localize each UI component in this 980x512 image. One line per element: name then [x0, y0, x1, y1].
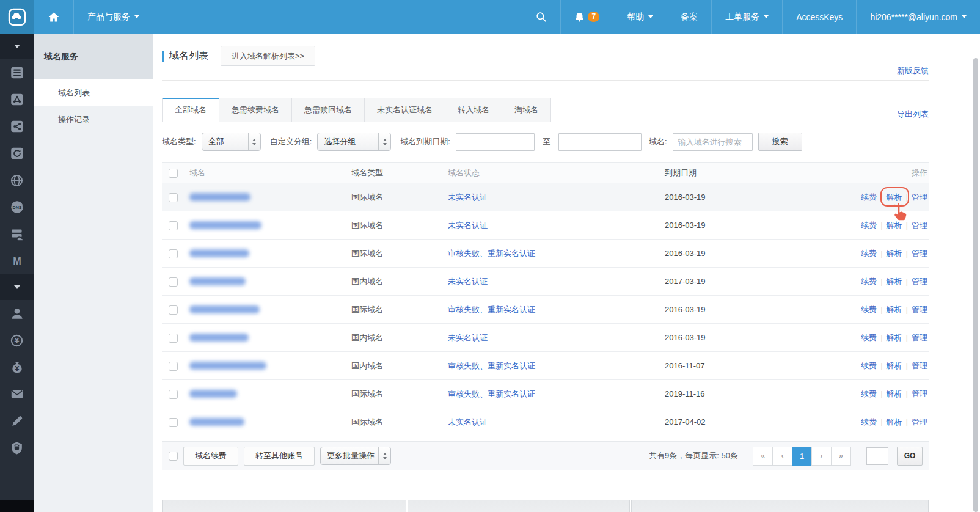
action-renew-link[interactable]: 续费	[861, 277, 877, 286]
search-button[interactable]: 搜索	[758, 133, 802, 151]
new-version-feedback-link[interactable]: 新版反馈	[897, 65, 929, 76]
row-checkbox[interactable]	[169, 221, 178, 230]
tab-need-redeem[interactable]: 急需赎回域名	[291, 98, 365, 122]
action-resolve-link[interactable]: 解析	[887, 305, 902, 314]
action-renew-link[interactable]: 续费	[861, 333, 877, 342]
action-resolve-link[interactable]: 解析	[887, 417, 902, 426]
domain-status-link[interactable]: 未实名认证	[448, 192, 488, 202]
action-resolve-link[interactable]: 解析	[887, 221, 902, 230]
action-manage-link[interactable]: 管理	[912, 305, 927, 314]
tab-tao-domain[interactable]: 淘域名	[502, 98, 551, 122]
action-manage-link[interactable]: 管理	[912, 192, 927, 202]
masked-domain-name[interactable]	[189, 334, 249, 342]
action-manage-link[interactable]: 管理	[912, 361, 927, 370]
sidebar-item-globe[interactable]	[0, 167, 34, 194]
action-renew-link[interactable]: 续费	[861, 192, 877, 202]
expiry-date-to-input[interactable]	[558, 133, 642, 151]
action-renew-link[interactable]: 续费	[861, 389, 877, 398]
domain-search-input[interactable]	[673, 133, 753, 151]
tab-all-domains[interactable]: 全部域名	[162, 98, 219, 122]
action-renew-link[interactable]: 续费	[861, 249, 877, 258]
action-renew-link[interactable]: 续费	[861, 221, 877, 230]
page-1-button[interactable]: 1	[792, 447, 812, 466]
masked-domain-name[interactable]	[189, 362, 266, 370]
notifications-button[interactable]: 7	[560, 0, 613, 34]
action-manage-link[interactable]: 管理	[912, 277, 927, 286]
row-checkbox[interactable]	[169, 277, 178, 287]
products-menu[interactable]: 产品与服务	[73, 0, 153, 34]
row-checkbox[interactable]	[169, 390, 178, 399]
row-checkbox[interactable]	[169, 418, 178, 427]
enter-dns-list-button[interactable]: 进入域名解析列表>>	[221, 46, 315, 66]
masked-domain-name[interactable]	[189, 221, 261, 229]
help-menu[interactable]: 帮助	[613, 0, 667, 34]
domain-status-link[interactable]: 未实名认证	[448, 221, 488, 230]
goto-page-input[interactable]	[866, 447, 888, 465]
action-manage-link[interactable]: 管理	[912, 221, 927, 230]
expiry-date-from-input[interactable]	[456, 133, 535, 151]
sidebar-item-triangle-nodes[interactable]	[0, 86, 34, 113]
action-renew-link[interactable]: 续费	[861, 417, 877, 426]
masked-domain-name[interactable]	[189, 249, 249, 257]
action-renew-link[interactable]: 续费	[861, 361, 877, 370]
go-button[interactable]: GO	[897, 447, 923, 466]
sidebar-item-server-list[interactable]	[0, 59, 34, 86]
sidebar-item-domain-list[interactable]: 域名列表	[34, 79, 153, 106]
sidebar-item-share-nodes[interactable]	[0, 113, 34, 140]
sidebar-item-operation-log[interactable]: 操作记录	[34, 106, 153, 133]
tab-need-renew[interactable]: 急需续费域名	[219, 98, 292, 122]
sidebar-account-expander[interactable]	[0, 274, 34, 300]
sidebar-products-expander[interactable]	[0, 34, 34, 59]
aliyun-logo[interactable]	[0, 0, 34, 34]
sidebar-item-security[interactable]	[0, 434, 34, 461]
last-page-button[interactable]: »	[831, 447, 851, 466]
action-resolve-link[interactable]: 解析	[887, 389, 902, 398]
tab-not-verified[interactable]: 未实名认证域名	[364, 98, 445, 122]
masked-domain-name[interactable]	[189, 193, 250, 201]
action-manage-link[interactable]: 管理	[912, 333, 927, 342]
action-resolve-link[interactable]: 解析	[887, 277, 902, 286]
masked-domain-name[interactable]	[189, 418, 244, 426]
tab-transfer-in[interactable]: 转入域名	[445, 98, 502, 122]
action-manage-link[interactable]: 管理	[912, 249, 927, 258]
domain-status-link[interactable]: 审核失败、重新实名认证	[448, 389, 535, 398]
domain-type-select[interactable]: 全部	[202, 133, 261, 151]
sidebar-item-m-product[interactable]: M	[0, 247, 34, 274]
action-resolve-link[interactable]: 解析	[887, 249, 902, 258]
search-button[interactable]	[522, 0, 560, 34]
action-manage-link[interactable]: 管理	[912, 389, 927, 398]
sidebar-item-funds[interactable]: ¥	[0, 354, 34, 381]
batch-transfer-button[interactable]: 转至其他账号	[244, 447, 315, 466]
domain-status-link[interactable]: 未实名认证	[448, 417, 488, 426]
domain-status-link[interactable]: 审核失败、重新实名认证	[448, 305, 535, 314]
sidebar-item-disk-sync[interactable]	[0, 140, 34, 167]
action-resolve-link[interactable]: 解析	[887, 361, 902, 370]
row-checkbox[interactable]	[169, 193, 178, 202]
domain-status-link[interactable]: 未实名认证	[448, 277, 488, 286]
sidebar-item-compose[interactable]	[0, 408, 34, 434]
row-checkbox[interactable]	[169, 305, 178, 315]
accesskeys-link[interactable]: AccessKeys	[782, 0, 856, 34]
beian-link[interactable]: 备案	[667, 0, 711, 34]
next-page-button[interactable]: ›	[811, 447, 832, 466]
sidebar-item-user[interactable]	[0, 300, 34, 327]
batch-renew-button[interactable]: 域名续费	[183, 447, 238, 466]
row-checkbox[interactable]	[169, 362, 178, 371]
row-checkbox[interactable]	[169, 249, 178, 258]
custom-group-select[interactable]: 选择分组	[317, 133, 391, 151]
prev-page-button[interactable]: ‹	[772, 447, 792, 466]
action-renew-link[interactable]: 续费	[861, 305, 877, 314]
more-batch-select[interactable]: 更多批量操作	[320, 447, 391, 465]
action-resolve-link[interactable]: 解析	[887, 192, 902, 202]
sidebar-item-server-cloud[interactable]	[0, 221, 34, 247]
export-list-link[interactable]: 导出列表	[897, 109, 929, 120]
sidebar-item-dns[interactable]: DNS	[0, 194, 34, 221]
action-manage-link[interactable]: 管理	[912, 417, 927, 426]
first-page-button[interactable]: «	[753, 447, 773, 466]
select-all-checkbox[interactable]	[169, 169, 178, 178]
action-resolve-link[interactable]: 解析	[887, 333, 902, 342]
batch-select-all-checkbox[interactable]	[169, 452, 178, 461]
sidebar-item-billing[interactable]: ¥	[0, 327, 34, 354]
masked-domain-name[interactable]	[189, 305, 260, 313]
masked-domain-name[interactable]	[189, 390, 237, 398]
